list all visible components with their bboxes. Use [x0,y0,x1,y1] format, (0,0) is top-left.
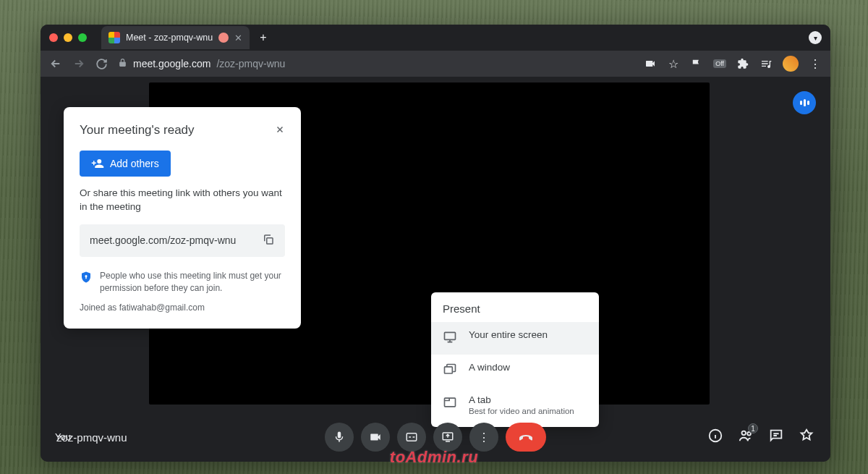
present-item-label: Your entire screen [469,329,548,340]
lock-icon [118,58,127,69]
camera-indicator-icon[interactable] [644,57,657,70]
permission-note: People who use this meeting link must ge… [100,270,285,295]
minimize-window-button[interactable] [64,33,72,42]
meeting-link-box: meet.google.com/zoz-pmqv-wnu [80,224,285,257]
camera-toggle-button[interactable] [361,423,390,452]
meet-favicon-icon [109,32,120,43]
extension-flag-icon[interactable] [690,57,703,70]
chat-button[interactable] [768,428,784,447]
extension-off-badge[interactable]: Off [713,59,726,68]
present-a-window[interactable]: A window [431,355,599,387]
window-controls [49,33,87,42]
activities-button[interactable] [799,428,814,447]
person-add-icon [91,157,104,170]
more-options-button[interactable]: ⋮ [469,423,498,452]
popup-description: Or share this meeting link with others y… [80,187,285,214]
tab-icon [443,395,457,412]
svg-rect-2 [85,276,87,279]
maximize-window-button[interactable] [78,33,87,42]
new-tab-button[interactable]: + [260,31,266,44]
popup-close-button[interactable] [275,124,285,137]
forward-button[interactable] [72,57,85,70]
meeting-code[interactable]: zoz-pmqv-wnu [56,431,127,444]
monitor-icon [443,330,457,347]
add-others-button[interactable]: Add others [80,151,171,177]
svg-rect-6 [407,433,417,441]
hangup-button[interactable] [506,423,546,452]
profile-avatar[interactable] [783,56,799,72]
windows-icon [443,363,457,380]
svg-rect-0 [267,238,273,244]
meeting-details-button[interactable] [707,428,723,447]
present-item-label: A tab [469,394,574,405]
media-control-icon[interactable] [760,57,773,70]
toolbar-right: ☆ Off ⋮ [644,56,822,72]
present-screen-button[interactable] [433,423,462,452]
reload-button[interactable] [95,58,108,70]
bottom-bar: zoz-pmqv-wnu ⋮ 1 [41,412,830,462]
svg-point-9 [742,431,746,436]
meeting-ready-popup: Your meeting's ready Add others Or share… [64,107,301,329]
add-others-label: Add others [110,158,159,169]
bookmark-star-button[interactable]: ☆ [667,57,680,70]
url-path: /zoz-pmqv-wnu [216,58,285,69]
browser-titlebar: Meet - zoz-pmqv-wnu ✕ + ▾ [41,25,830,51]
call-controls: ⋮ [325,423,546,452]
browser-window: Meet - zoz-pmqv-wnu ✕ + ▾ meet.google.co… [41,25,830,462]
present-menu-title: Present [431,302,599,322]
right-controls: 1 [707,428,814,447]
address-bar[interactable]: meet.google.com/zoz-pmqv-wnu [118,58,634,69]
browser-toolbar: meet.google.com/zoz-pmqv-wnu ☆ Off ⋮ [41,51,830,77]
present-entire-screen[interactable]: Your entire screen [431,322,599,355]
participants-count-badge: 1 [748,423,758,433]
mute-mic-button[interactable] [325,423,354,452]
close-tab-button[interactable]: ✕ [234,33,242,43]
svg-rect-3 [445,332,456,339]
svg-rect-4 [445,367,453,373]
copy-link-button[interactable] [262,233,275,248]
captions-button[interactable] [397,423,426,452]
meeting-link-text: meet.google.com/zoz-pmqv-wnu [90,234,236,246]
speaking-indicator-icon [793,91,816,114]
browser-menu-button[interactable]: ⋮ [809,57,822,70]
recording-indicator-icon [218,33,229,43]
url-host: meet.google.com [133,58,210,69]
present-item-label: A window [469,362,510,373]
participants-button[interactable]: 1 [738,428,754,447]
popup-title: Your meeting's ready [80,123,195,137]
shield-icon [80,270,93,284]
tabs-dropdown-button[interactable]: ▾ [809,31,822,44]
extensions-puzzle-icon[interactable] [736,57,749,70]
tab-title: Meet - zoz-pmqv-wnu [126,33,213,43]
joined-as-text: Joined as fatiwahab@gmail.com [80,302,285,313]
close-window-button[interactable] [49,33,58,42]
back-button[interactable] [49,57,62,70]
present-menu: Present Your entire screen A window A ta… [431,292,599,427]
browser-tab[interactable]: Meet - zoz-pmqv-wnu ✕ [101,26,250,49]
meet-app: You Your meeting's ready Add others Or s… [41,77,830,462]
